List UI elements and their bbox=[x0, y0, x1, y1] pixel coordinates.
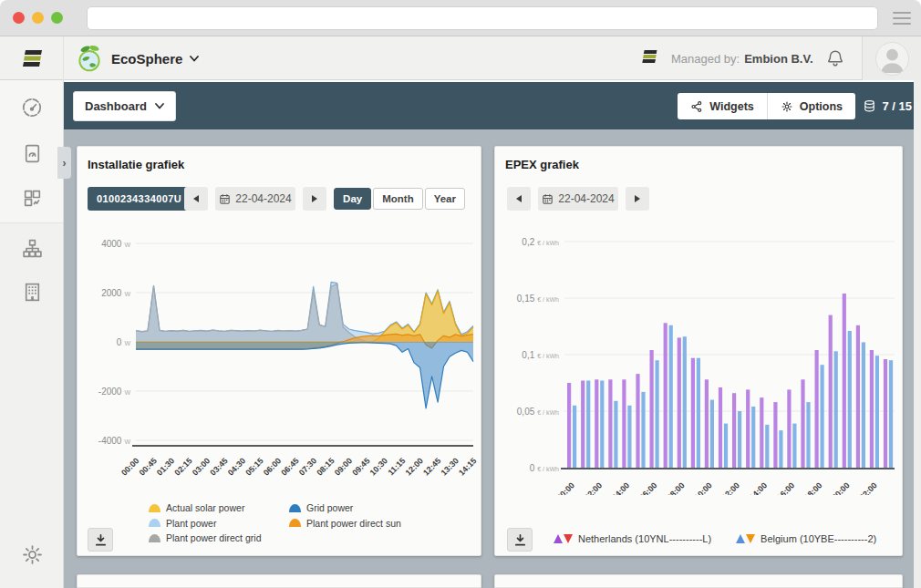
svg-text:0€ / kWh: 0€ / kWh bbox=[530, 463, 559, 473]
svg-text:22:00: 22:00 bbox=[857, 480, 878, 495]
svg-text:14:00: 14:00 bbox=[748, 480, 769, 495]
y-axis-labels: 4000W2000W0W-2000W-4000W bbox=[98, 239, 131, 446]
legend-label: Plant power direct sun bbox=[306, 518, 401, 529]
svg-text:03:00: 03:00 bbox=[191, 456, 212, 477]
calendar-icon bbox=[219, 193, 231, 205]
svg-text:08:00: 08:00 bbox=[665, 480, 686, 495]
triangle-down-icon bbox=[564, 534, 573, 543]
download-chart-button[interactable] bbox=[88, 528, 113, 552]
sidebar-item-sitemap[interactable] bbox=[14, 230, 50, 266]
installation-serial-badge[interactable]: 0100234334007U bbox=[88, 187, 191, 211]
gauge-icon bbox=[20, 96, 44, 119]
svg-text:04:30: 04:30 bbox=[226, 456, 247, 477]
sidebar-item-dashboard[interactable] bbox=[14, 89, 50, 126]
arrow-right-icon bbox=[312, 195, 317, 202]
options-gear-icon bbox=[781, 100, 793, 113]
legend-item[interactable]: Plant power direct grid bbox=[149, 531, 261, 546]
range-year-button[interactable]: Year bbox=[425, 188, 465, 210]
legend-item[interactable]: Grid power bbox=[289, 500, 401, 516]
sidebar-item-buildings[interactable] bbox=[14, 273, 50, 310]
download-icon bbox=[513, 533, 527, 547]
legend-label: Actual solar power bbox=[166, 502, 244, 513]
widget-counter-text: 7 / 15 bbox=[882, 99, 912, 113]
widget-title: EPEX grafiek bbox=[505, 158, 579, 171]
dashboard-content: Installatie grafiek 0100234334007U 22-04… bbox=[64, 129, 914, 588]
epex-legend: Netherlands (10YNL----------L)Belgium (1… bbox=[554, 533, 876, 544]
dashboard-toolbar: Dashboard Widgets Options bbox=[64, 82, 921, 129]
user-menu[interactable] bbox=[862, 36, 921, 80]
next-date-button[interactable] bbox=[626, 187, 649, 211]
embion-logo bbox=[0, 36, 64, 80]
widget-counter: 7 / 15 bbox=[863, 93, 912, 119]
epex-widget: EPEX grafiek 22-04-2024 0,2€ / kWh0,15€ … bbox=[494, 146, 903, 556]
svg-text:06:45: 06:45 bbox=[279, 456, 300, 477]
legend-item[interactable]: Netherlands (10YNL----------L) bbox=[554, 533, 711, 544]
svg-text:02:15: 02:15 bbox=[172, 456, 193, 477]
workspace-switcher[interactable]: EcoSphere bbox=[75, 36, 199, 80]
legend-item[interactable]: Plant power direct sun bbox=[289, 516, 401, 531]
download-chart-button[interactable] bbox=[507, 528, 533, 552]
next-date-button[interactable] bbox=[303, 187, 326, 211]
close-window-button[interactable] bbox=[13, 12, 25, 24]
legend-item[interactable]: Plant power bbox=[149, 516, 261, 531]
svg-text:05:15: 05:15 bbox=[243, 456, 264, 477]
url-bar[interactable] bbox=[87, 6, 878, 30]
sidebar-item-widgets[interactable] bbox=[14, 180, 50, 216]
date-picker-button[interactable]: 22-04-2024 bbox=[215, 187, 295, 211]
svg-text:0,2€ / kWh: 0,2€ / kWh bbox=[522, 237, 559, 247]
date-picker-button[interactable]: 22-04-2024 bbox=[538, 187, 618, 211]
embion-stripes-icon bbox=[20, 48, 44, 68]
svg-text:12:00: 12:00 bbox=[720, 480, 741, 495]
svg-text:0,05€ / kWh: 0,05€ / kWh bbox=[517, 407, 559, 417]
toolbar-button-group: Widgets Options bbox=[678, 93, 855, 119]
prev-date-button[interactable] bbox=[507, 187, 531, 211]
svg-text:-2000W: -2000W bbox=[98, 387, 131, 397]
managed-by-company: Embion B.V. bbox=[744, 52, 812, 66]
managed-by: Managed by: Embion B.V. bbox=[671, 36, 813, 80]
browser-menu-icon[interactable] bbox=[893, 12, 911, 25]
svg-text:0W: 0W bbox=[117, 337, 131, 347]
epex-controls: 22-04-2024 bbox=[495, 187, 902, 211]
range-day-button[interactable]: Day bbox=[334, 188, 371, 210]
notifications-button[interactable] bbox=[825, 48, 845, 72]
svg-text:01:30: 01:30 bbox=[155, 456, 176, 477]
legend-item[interactable]: Belgium (10YBE----------2) bbox=[736, 533, 876, 544]
svg-text:06:00: 06:00 bbox=[637, 480, 658, 495]
svg-text:4000W: 4000W bbox=[101, 239, 130, 249]
legend-label: Plant power bbox=[166, 518, 216, 529]
legend-item[interactable]: Actual solar power bbox=[149, 500, 261, 516]
legend-label: Netherlands (10YNL----------L) bbox=[578, 533, 711, 544]
svg-text:06:00: 06:00 bbox=[262, 456, 283, 477]
svg-text:-4000W: -4000W bbox=[98, 436, 131, 446]
prev-date-button[interactable] bbox=[184, 187, 208, 211]
sidebar-item-settings[interactable] bbox=[14, 536, 50, 573]
maximize-window-button[interactable] bbox=[51, 12, 63, 24]
scrollbar-track[interactable] bbox=[914, 80, 921, 588]
app-header: EcoSphere Managed by: Embion B.V. bbox=[0, 36, 921, 80]
widgets-button[interactable]: Widgets bbox=[678, 93, 767, 119]
triangle-down-icon bbox=[746, 534, 755, 543]
svg-text:14:15: 14:15 bbox=[457, 456, 478, 477]
svg-text:0,1€ / kWh: 0,1€ / kWh bbox=[522, 350, 559, 360]
gear-icon bbox=[21, 543, 44, 566]
svg-text:00:00: 00:00 bbox=[119, 456, 140, 477]
installatie-legend: Actual solar powerPlant powerPlant power… bbox=[78, 500, 482, 552]
arrow-left-icon bbox=[193, 195, 199, 202]
bell-icon bbox=[825, 48, 845, 68]
minimize-window-button[interactable] bbox=[32, 12, 44, 24]
y-axis-labels: 0,2€ / kWh0,15€ / kWh0,1€ / kWh0,05€ / k… bbox=[517, 237, 559, 473]
svg-text:08:15: 08:15 bbox=[315, 456, 336, 477]
sidebar-item-reports[interactable] bbox=[14, 135, 50, 171]
dashboard-selector-button[interactable]: Dashboard bbox=[73, 91, 176, 121]
svg-text:04:00: 04:00 bbox=[610, 480, 631, 495]
dashboard-selector-label: Dashboard bbox=[85, 99, 147, 113]
range-month-button[interactable]: Month bbox=[373, 188, 422, 210]
widgets-button-label: Widgets bbox=[709, 100, 754, 113]
calendar-icon bbox=[542, 193, 554, 205]
ecosphere-logo-icon bbox=[75, 44, 104, 73]
expand-sidebar-tab[interactable]: › bbox=[57, 147, 71, 179]
svg-text:16:00: 16:00 bbox=[775, 480, 796, 495]
options-button[interactable]: Options bbox=[767, 93, 855, 119]
legend-label: Plant power direct grid bbox=[166, 532, 261, 543]
svg-text:10:00: 10:00 bbox=[692, 480, 713, 495]
